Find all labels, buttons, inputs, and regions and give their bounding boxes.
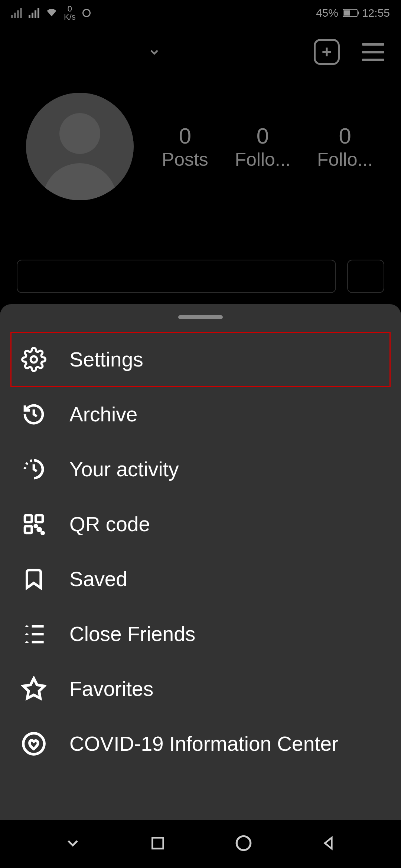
star-icon <box>20 675 47 702</box>
status-right: 45% 12:55 <box>316 7 390 19</box>
profile-background: 0 Posts 0 Follo... 0 Follo... <box>0 26 401 293</box>
followers-stat[interactable]: 0 Follo... <box>235 123 290 170</box>
navigation-bar <box>0 820 401 868</box>
menu-item-saved[interactable]: Saved <box>0 552 401 606</box>
nav-back-button[interactable] <box>321 835 337 853</box>
menu-item-archive[interactable]: Archive <box>0 387 401 442</box>
bookmark-icon <box>20 566 47 592</box>
nav-home-button[interactable] <box>234 834 253 854</box>
svg-marker-11 <box>25 641 29 643</box>
plus-icon <box>319 45 334 59</box>
menu-item-settings[interactable]: Settings <box>10 332 391 387</box>
svg-marker-9 <box>25 625 29 627</box>
svg-point-6 <box>38 528 41 531</box>
svg-point-2 <box>31 356 37 363</box>
activity-icon <box>20 456 47 483</box>
menu-item-favorites[interactable]: Favorites <box>0 661 401 716</box>
app-header <box>0 26 401 78</box>
svg-rect-14 <box>32 641 44 644</box>
username-dropdown[interactable] <box>17 46 291 59</box>
gear-icon <box>20 346 47 373</box>
net-speed: 0 K/s <box>64 5 76 21</box>
discover-people-button[interactable] <box>347 260 384 293</box>
svg-point-7 <box>35 525 37 527</box>
svg-rect-5 <box>25 526 32 533</box>
battery-icon <box>343 9 358 17</box>
menu-label-close-friends: Close Friends <box>69 622 195 646</box>
edit-profile-button[interactable] <box>17 260 336 293</box>
menu-label-covid: COVID-19 Information Center <box>69 732 338 756</box>
following-stat[interactable]: 0 Follo... <box>317 123 373 170</box>
svg-marker-15 <box>23 678 45 698</box>
menu-label-settings: Settings <box>69 348 143 371</box>
followers-count: 0 <box>235 123 290 149</box>
action-button-row <box>0 260 401 293</box>
qrcode-icon <box>20 511 47 537</box>
signal-no-sim-icon <box>11 8 22 18</box>
create-button[interactable] <box>314 39 340 65</box>
nav-recents-button[interactable] <box>150 835 166 853</box>
clock: 12:55 <box>362 7 390 19</box>
archive-icon <box>20 401 47 428</box>
menu-item-covid[interactable]: COVID-19 Information Center <box>0 716 401 771</box>
profile-section: 0 Posts 0 Follo... 0 Follo... <box>0 78 401 223</box>
profile-stats: 0 Posts 0 Follo... 0 Follo... <box>152 123 382 170</box>
svg-marker-19 <box>325 838 332 848</box>
svg-point-8 <box>42 532 43 534</box>
menu-item-qrcode[interactable]: QR code <box>0 497 401 552</box>
avatar[interactable] <box>26 93 134 200</box>
close-friends-icon <box>20 621 47 647</box>
svg-marker-10 <box>25 633 29 635</box>
posts-stat[interactable]: 0 Posts <box>162 123 208 170</box>
nav-hide-keyboard-icon[interactable] <box>64 834 82 854</box>
svg-point-18 <box>237 836 251 850</box>
menu-label-activity: Your activity <box>69 457 179 481</box>
net-speed-unit: K/s <box>64 13 76 21</box>
menu-label-qrcode: QR code <box>69 512 150 536</box>
svg-rect-3 <box>25 515 32 522</box>
menu-item-close-friends[interactable]: Close Friends <box>0 606 401 661</box>
menu-label-saved: Saved <box>69 567 127 591</box>
chevron-down-icon <box>148 46 161 59</box>
status-left: 0 K/s <box>11 5 91 21</box>
drag-handle[interactable] <box>178 315 223 319</box>
menu-item-activity[interactable]: Your activity <box>0 442 401 497</box>
posts-label: Posts <box>162 149 208 170</box>
svg-rect-4 <box>36 515 43 522</box>
notification-dot-icon <box>82 9 91 17</box>
following-label: Follo... <box>317 149 373 170</box>
bottom-sheet: Settings Archive Your activity <box>0 304 401 820</box>
battery-percent: 45% <box>316 7 338 19</box>
menu-button[interactable] <box>362 43 384 61</box>
status-bar: 0 K/s 45% 12:55 <box>0 0 401 26</box>
posts-count: 0 <box>162 123 208 149</box>
following-count: 0 <box>317 123 373 149</box>
followers-label: Follo... <box>235 149 290 170</box>
svg-rect-12 <box>32 625 44 628</box>
wifi-icon <box>46 7 57 19</box>
menu-label-favorites: Favorites <box>69 677 153 701</box>
svg-point-16 <box>23 733 45 754</box>
heart-circle-icon <box>20 730 47 757</box>
svg-rect-17 <box>153 838 163 848</box>
svg-rect-13 <box>32 633 44 635</box>
menu-label-archive: Archive <box>69 402 137 426</box>
signal-icon <box>29 8 39 18</box>
net-speed-value: 0 <box>64 5 76 13</box>
